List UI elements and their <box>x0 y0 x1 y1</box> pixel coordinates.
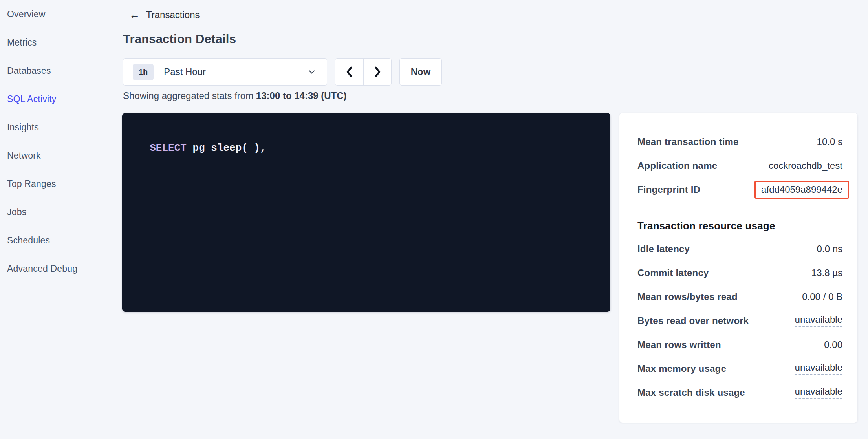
time-step-group <box>335 58 392 86</box>
row-mean-transaction-time: Mean transaction time 10.0 s <box>637 130 842 154</box>
commit-latency-value: 13.8 µs <box>811 267 842 278</box>
sidebar-item-metrics[interactable]: Metrics <box>0 28 118 57</box>
row-label: Idle latency <box>637 243 690 254</box>
page-title: Transaction Details <box>123 32 236 46</box>
time-range-label: Past Hour <box>164 66 206 77</box>
time-range-dropdown[interactable]: 1h Past Hour <box>123 58 327 86</box>
sidebar-item-overview[interactable]: Overview <box>0 0 118 28</box>
row-label: Max memory usage <box>637 363 726 374</box>
row-bytes-read-over-network: Bytes read over network unavailable <box>637 309 842 333</box>
row-label: Mean rows/bytes read <box>637 291 738 302</box>
sql-keyword: SELECT <box>150 142 187 154</box>
row-commit-latency: Commit latency 13.8 µs <box>637 261 842 285</box>
sidebar-item-sql-activity[interactable]: SQL Activity <box>0 85 118 113</box>
breadcrumb-label: Transactions <box>146 9 200 20</box>
chevron-right-icon <box>372 65 383 79</box>
bytes-read-over-network-value[interactable]: unavailable <box>795 314 842 327</box>
sidebar-nav: Overview Metrics Databases SQL Activity … <box>0 0 118 283</box>
chevron-left-icon <box>344 65 355 79</box>
row-max-memory-usage: Max memory usage unavailable <box>637 357 842 380</box>
transaction-details-card: Mean transaction time 10.0 s Application… <box>619 113 857 423</box>
breadcrumb-back-transactions[interactable]: ← Transactions <box>123 9 200 20</box>
row-label: Application name <box>637 160 717 171</box>
sidebar-item-schedules[interactable]: Schedules <box>0 226 118 254</box>
row-fingerprint-id: Fingerprint ID afdd4059a899442e <box>637 177 842 201</box>
mean-rows-written-value: 0.00 <box>824 339 842 350</box>
now-button[interactable]: Now <box>399 58 442 86</box>
row-max-scratch-disk-usage: Max scratch disk usage unavailable <box>637 380 842 404</box>
next-interval-button[interactable] <box>363 59 391 85</box>
chevron-down-icon <box>307 67 317 77</box>
sidebar-item-databases[interactable]: Databases <box>0 57 118 85</box>
idle-latency-value: 0.0 ns <box>817 243 842 254</box>
sql-statement-box: SELECT pg_sleep(_), _ <box>122 113 610 312</box>
sql-statement-text: pg_sleep(_), _ <box>187 142 278 154</box>
stats-caption-range: 13:00 to 14:39 (UTC) <box>256 90 347 101</box>
sidebar-item-network[interactable]: Network <box>0 141 118 170</box>
mean-transaction-time-value: 10.0 s <box>817 136 842 147</box>
time-picker-row: 1h Past Hour Now <box>123 58 442 86</box>
max-scratch-disk-usage-value[interactable]: unavailable <box>795 386 842 399</box>
interval-badge: 1h <box>133 64 154 80</box>
fingerprint-id-value: afdd4059a899442e <box>761 184 842 195</box>
row-idle-latency: Idle latency 0.0 ns <box>637 237 842 261</box>
row-label: Fingerprint ID <box>637 184 700 195</box>
row-mean-rows-bytes-read: Mean rows/bytes read 0.00 / 0 B <box>637 285 842 309</box>
card-divider <box>637 210 842 210</box>
row-label: Max scratch disk usage <box>637 387 745 398</box>
sidebar-item-top-ranges[interactable]: Top Ranges <box>0 170 118 198</box>
fingerprint-id-highlight[interactable]: afdd4059a899442e <box>754 181 849 199</box>
row-application-name: Application name cockroachdb_test <box>637 154 842 177</box>
sidebar-item-jobs[interactable]: Jobs <box>0 198 118 226</box>
row-label: Mean transaction time <box>637 136 739 147</box>
row-label: Commit latency <box>637 267 709 278</box>
mean-rows-bytes-read-value: 0.00 / 0 B <box>802 291 842 302</box>
aggregated-stats-caption: Showing aggregated stats from 13:00 to 1… <box>123 90 347 101</box>
sidebar-item-insights[interactable]: Insights <box>0 113 118 141</box>
previous-interval-button[interactable] <box>335 59 363 85</box>
row-mean-rows-written: Mean rows written 0.00 <box>637 333 842 357</box>
application-name-value: cockroachdb_test <box>769 160 842 171</box>
sidebar-item-advanced-debug[interactable]: Advanced Debug <box>0 254 118 283</box>
arrow-left-icon: ← <box>129 10 140 20</box>
stats-caption-prefix: Showing aggregated stats from <box>123 90 256 101</box>
row-label: Bytes read over network <box>637 315 749 326</box>
max-memory-usage-value[interactable]: unavailable <box>795 362 842 375</box>
row-label: Mean rows written <box>637 339 721 350</box>
resource-usage-section-title: Transaction resource usage <box>637 220 842 232</box>
